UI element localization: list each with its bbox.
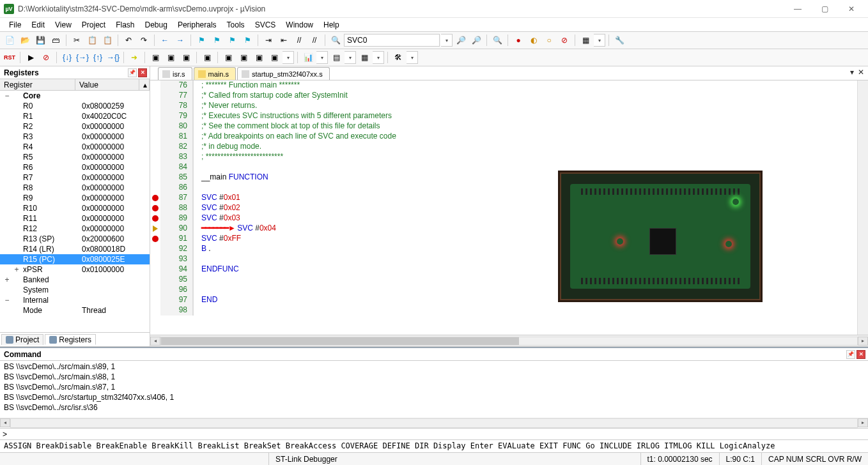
symbols-icon[interactable]: ▣ (179, 50, 193, 65)
register-row[interactable]: R50x00000000 (0, 152, 150, 162)
outdent-icon[interactable]: ⇤ (277, 33, 291, 47)
panel-close-icon[interactable]: ✕ (138, 68, 147, 77)
register-row[interactable]: R40x00000000 (0, 142, 150, 152)
disassembly-icon[interactable]: ▣ (164, 50, 178, 65)
code-line[interactable]: 77;* Called from startup code after Syst… (150, 91, 857, 101)
serial-drop[interactable]: ▾ (283, 51, 294, 64)
incremental-find-icon[interactable]: 🔎 (469, 33, 483, 47)
menu-debug[interactable]: Debug (140, 19, 173, 31)
maximize-button[interactable]: ▢ (812, 1, 837, 17)
tab-project[interactable]: Project (1, 334, 43, 345)
command-output[interactable]: BS \\svcDemo\../src/main.s\89, 1BS \\svc… (0, 361, 868, 418)
menu-project[interactable]: Project (77, 19, 111, 31)
analysis-drop[interactable]: ▾ (316, 51, 328, 64)
register-row[interactable]: R110x00000000 (0, 213, 150, 224)
register-row[interactable]: −Core (0, 91, 150, 101)
code-line[interactable]: 83; ************************** (150, 152, 857, 162)
editor-hscroll[interactable]: ◂▸ (150, 335, 868, 346)
menu-file[interactable]: File (4, 19, 26, 31)
undo-icon[interactable]: ↶ (121, 33, 136, 47)
menu-svcs[interactable]: SVCS (250, 19, 281, 31)
step-into-icon[interactable]: {↓} (60, 50, 74, 65)
bookmark-next-icon[interactable]: ⚑ (225, 33, 239, 47)
bookmark-icon[interactable]: ⚑ (194, 33, 208, 47)
register-row[interactable]: R100x00000000 (0, 203, 150, 213)
register-row[interactable]: R20x00000000 (0, 121, 150, 132)
register-row[interactable]: R90x00000000 (0, 193, 150, 203)
cut-icon[interactable]: ✂ (70, 33, 84, 47)
system-view-drop[interactable]: ▾ (373, 51, 384, 64)
code-line[interactable]: 80;* See the comment block at top of thi… (150, 121, 857, 132)
step-out-icon[interactable]: {↑} (91, 50, 105, 65)
tab-registers[interactable]: Registers (45, 334, 96, 345)
file-tab[interactable]: isr.s (158, 67, 192, 80)
pin-icon[interactable]: 📌 (128, 68, 137, 77)
code-line[interactable]: 76; ******* Function main ******* (150, 80, 857, 91)
bookmark-prev-icon[interactable]: ⚑ (210, 33, 224, 47)
analysis-icon[interactable]: 📊 (301, 50, 315, 65)
paste-icon[interactable]: 📋 (100, 33, 114, 47)
comment-icon[interactable]: // (292, 33, 306, 47)
copy-icon[interactable]: 📋 (85, 33, 99, 47)
register-row[interactable]: +Banked (0, 275, 150, 285)
code-line[interactable]: 79;* Executes SVC instructions with 5 di… (150, 111, 857, 121)
command-hscroll[interactable]: ◂▸ (0, 418, 868, 428)
debug-icon[interactable]: 🔍 (490, 33, 504, 47)
run-to-cursor-icon[interactable]: →{} (106, 50, 120, 65)
save-icon[interactable]: 💾 (33, 33, 47, 47)
register-row[interactable]: R60x00000000 (0, 162, 150, 172)
col-value[interactable]: Value (75, 79, 139, 90)
command-pin-icon[interactable]: 📌 (846, 350, 855, 359)
forward-icon[interactable]: → (173, 33, 187, 47)
new-file-icon[interactable]: 📄 (3, 33, 17, 47)
command-input[interactable]: > (0, 428, 868, 439)
menu-flash[interactable]: Flash (111, 19, 139, 31)
register-row[interactable]: R70x00000000 (0, 172, 150, 183)
serial-icon[interactable]: ▣ (267, 50, 281, 65)
file-tab[interactable]: startup_stm32f407xx.s (237, 67, 330, 80)
search-dropdown[interactable]: ▾ (441, 34, 453, 47)
register-row[interactable]: ModeThread (0, 305, 150, 316)
watch-icon[interactable]: ▣ (236, 50, 251, 65)
breakpoint-kill-icon[interactable]: ⊘ (557, 33, 571, 47)
find-in-files-icon[interactable]: 🔍 (329, 33, 343, 47)
file-tab[interactable]: main.s (194, 67, 236, 80)
find-icon[interactable]: 🔎 (454, 33, 468, 47)
indent-icon[interactable]: ⇥ (261, 33, 275, 47)
register-row[interactable]: R13 (SP)0x20000600 (0, 234, 150, 244)
trace-drop[interactable]: ▾ (345, 51, 356, 64)
bookmark-clear-icon[interactable]: ⚑ (240, 33, 254, 47)
menu-view[interactable]: View (50, 19, 77, 31)
configure-icon[interactable]: 🔧 (612, 33, 626, 47)
step-over-icon[interactable]: {→} (75, 50, 89, 65)
breakpoint-disable-icon[interactable]: ○ (542, 33, 556, 47)
code-line[interactable]: 98 (150, 305, 857, 316)
reset-icon[interactable]: RST (3, 50, 17, 65)
menu-peripherals[interactable]: Peripherals (173, 19, 222, 31)
register-row[interactable]: R10x40020C0C (0, 111, 150, 121)
window-layout-icon[interactable]: ▦ (578, 33, 593, 47)
toolbox-drop[interactable]: ▾ (407, 51, 418, 64)
search-input[interactable] (344, 34, 440, 47)
code-line[interactable]: 82;* in debug mode. (150, 142, 857, 152)
save-all-icon[interactable]: 🗃 (49, 33, 63, 47)
command-window-icon[interactable]: ▣ (148, 50, 162, 65)
editor-vscroll[interactable] (857, 80, 868, 335)
uncomment-icon[interactable]: // (307, 33, 322, 47)
tab-menu-icon[interactable]: ▾ (850, 68, 854, 77)
scroll-up-icon[interactable]: ▴ (139, 79, 150, 90)
code-line[interactable]: 81;* Add breakpoints on each line of SVC… (150, 132, 857, 142)
toolbox-icon[interactable]: 🛠 (391, 50, 405, 65)
redo-icon[interactable]: ↷ (137, 33, 151, 47)
back-icon[interactable]: ← (158, 33, 172, 47)
register-row[interactable]: +xPSR0x01000000 (0, 264, 150, 275)
command-close-icon[interactable]: ✕ (856, 350, 865, 359)
breakpoint-enable-icon[interactable]: ◐ (527, 33, 541, 47)
code-line[interactable]: 84 (150, 162, 857, 172)
register-row[interactable]: R30x00000000 (0, 132, 150, 142)
menu-help[interactable]: Help (318, 19, 345, 31)
menu-edit[interactable]: Edit (26, 19, 50, 31)
window-layout-drop[interactable]: ▾ (594, 34, 605, 47)
register-row[interactable]: System (0, 285, 150, 295)
memory-icon[interactable]: ▣ (252, 50, 266, 65)
